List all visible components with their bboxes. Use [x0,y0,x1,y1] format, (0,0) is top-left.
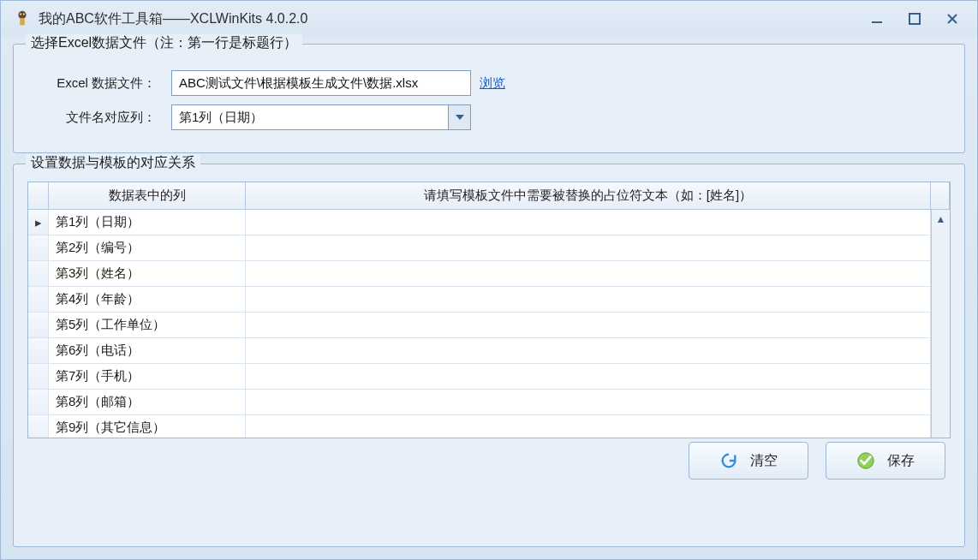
excel-group-legend: 选择Excel数据文件（注：第一行是标题行） [26,34,302,52]
row-placeholder-cell[interactable] [246,364,931,389]
table-row[interactable]: 第2列（编号） [28,235,931,261]
row-column-name[interactable]: 第3列（姓名） [49,261,246,286]
svg-rect-4 [872,21,882,23]
window-title: 我的ABC软件工具箱——XCLWinKits 4.0.2.0 [39,10,869,28]
footer-buttons: 清空 保存 [27,438,951,480]
svg-rect-5 [909,14,920,24]
excel-path-input[interactable] [171,70,471,96]
scroll-up-icon[interactable]: ▲ [936,213,946,225]
row-placeholder-cell[interactable] [246,313,931,337]
row-placeholder-cell[interactable] [246,390,931,414]
grid-header-col1[interactable]: 数据表中的列 [49,182,246,209]
grid-rows: ▸第1列（日期）第2列（编号）第3列（姓名）第4列（年龄）第5列（工作单位）第6… [28,210,931,438]
row-placeholder-cell[interactable] [246,235,931,260]
filename-col-value: 第1列（日期） [172,105,448,129]
row-placeholder-cell[interactable] [246,287,931,312]
table-row[interactable]: ▸第1列（日期） [28,210,931,235]
check-icon [856,451,875,470]
clear-button-label: 清空 [750,452,778,470]
row-indicator [28,338,49,363]
titlebar: 我的ABC软件工具箱——XCLWinKits 4.0.2.0 [1,1,977,37]
table-row[interactable]: 第6列（电话） [28,338,931,364]
save-button-label: 保存 [887,452,915,470]
row-column-name[interactable]: 第4列（年龄） [49,287,246,312]
row-placeholder-cell[interactable] [246,261,931,286]
window-controls [869,11,960,27]
row-column-name[interactable]: 第9列（其它信息） [49,415,246,438]
client-area: 选择Excel数据文件（注：第一行是标题行） Excel 数据文件： 浏览 文件… [13,44,965,547]
svg-point-0 [18,11,26,19]
row-indicator [28,287,49,312]
table-row[interactable]: 第8列（邮箱） [28,390,931,415]
row-column-name[interactable]: 第7列（手机） [49,364,246,389]
row-placeholder-cell[interactable] [246,210,931,235]
grid-header: 数据表中的列 请填写模板文件中需要被替换的占位符文本（如：[姓名]） [28,182,950,210]
svg-point-3 [23,14,25,15]
row-indicator [28,235,49,260]
row-column-name[interactable]: 第1列（日期） [49,210,246,235]
mapping-grid: 数据表中的列 请填写模板文件中需要被替换的占位符文本（如：[姓名]） ▸第1列（… [27,182,951,438]
svg-rect-1 [20,18,25,25]
row-column-name[interactable]: 第2列（编号） [49,235,246,260]
excel-path-label: Excel 数据文件： [34,75,171,92]
table-row[interactable]: 第5列（工作单位） [28,313,931,338]
minimize-button[interactable] [869,11,885,27]
row-indicator [28,313,49,337]
grid-body: ▸第1列（日期）第2列（编号）第3列（姓名）第4列（年龄）第5列（工作单位）第6… [28,210,950,438]
grid-header-col2[interactable]: 请填写模板文件中需要被替换的占位符文本（如：[姓名]） [246,182,931,209]
grid-vscrollbar[interactable]: ▲ [931,210,950,438]
row-indicator [28,390,49,414]
row-column-name[interactable]: 第6列（电话） [49,338,246,363]
row-indicator: ▸ [28,210,49,235]
table-row[interactable]: 第7列（手机） [28,364,931,390]
row-placeholder-cell[interactable] [246,415,931,438]
save-button[interactable]: 保存 [826,442,945,480]
mapping-group-legend: 设置数据与模板的对应关系 [26,154,200,172]
svg-point-2 [20,14,21,15]
row-indicator [28,364,49,389]
filename-col-combo[interactable]: 第1列（日期） [171,104,471,130]
browse-link[interactable]: 浏览 [480,75,505,92]
table-row[interactable]: 第4列（年龄） [28,287,931,313]
mapping-group: 设置数据与模板的对应关系 数据表中的列 请填写模板文件中需要被替换的占位符文本（… [13,164,965,547]
row-placeholder-cell[interactable] [246,338,931,363]
row-indicator [28,415,49,438]
row-indicator [28,261,49,286]
filename-col-row: 文件名对应列： 第1列（日期） [34,104,944,130]
table-row[interactable]: 第9列（其它信息） [28,415,931,438]
maximize-button[interactable] [907,11,922,27]
grid-header-indicator [28,182,49,209]
filename-col-label: 文件名对应列： [34,110,171,126]
app-window: 我的ABC软件工具箱——XCLWinKits 4.0.2.0 选择Excel数据… [0,0,978,560]
excel-path-row: Excel 数据文件： 浏览 [34,70,944,96]
table-row[interactable]: 第3列（姓名） [28,261,931,287]
row-column-name[interactable]: 第5列（工作单位） [49,313,246,337]
close-button[interactable] [945,11,960,27]
row-column-name[interactable]: 第8列（邮箱） [49,390,246,414]
combo-dropdown-button[interactable] [448,105,470,129]
refresh-icon [719,451,738,470]
clear-button[interactable]: 清空 [689,442,808,480]
grid-header-scrollgap [931,182,950,209]
app-icon [13,9,32,28]
excel-file-group: 选择Excel数据文件（注：第一行是标题行） Excel 数据文件： 浏览 文件… [13,44,965,153]
